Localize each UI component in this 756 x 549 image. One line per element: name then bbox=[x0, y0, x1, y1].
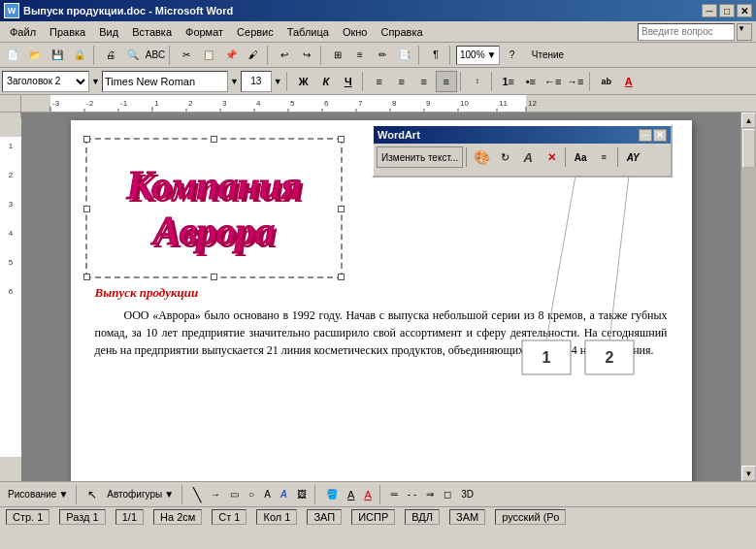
copy-button[interactable]: 📋 bbox=[198, 45, 219, 66]
wordart-object[interactable]: Компания Аврора bbox=[85, 138, 343, 278]
ruler-corner bbox=[0, 95, 21, 113]
clipart-button[interactable]: 🖼 bbox=[293, 484, 311, 505]
wordart-rotate-button[interactable]: ✕ bbox=[541, 146, 562, 168]
scroll-track[interactable] bbox=[741, 128, 756, 466]
status-pages: 1/1 bbox=[115, 509, 144, 525]
redo-button[interactable]: ↪ bbox=[296, 45, 317, 66]
scroll-up-button[interactable]: ▲ bbox=[741, 113, 756, 128]
draw-dropdown-button[interactable]: Рисование ▼ bbox=[4, 484, 72, 505]
help-button[interactable]: ? bbox=[501, 45, 522, 66]
autoshapes-button[interactable]: Автофигуры ▼ bbox=[103, 484, 178, 505]
svg-text:6: 6 bbox=[8, 287, 13, 296]
align-center-button[interactable]: ≡ bbox=[391, 71, 412, 92]
columns-button[interactable]: ≡ bbox=[349, 45, 371, 66]
line-button[interactable]: ╲ bbox=[189, 484, 205, 505]
menu-view[interactable]: Вид bbox=[93, 24, 124, 40]
save-button[interactable]: 💾 bbox=[47, 45, 68, 66]
wordart-button[interactable]: A bbox=[277, 484, 291, 505]
new-button[interactable]: 📄 bbox=[2, 45, 23, 66]
line-style-button[interactable]: ═ bbox=[387, 484, 402, 505]
rectangle-button[interactable]: ▭ bbox=[226, 484, 243, 505]
wordart-align-button[interactable]: AY bbox=[622, 146, 643, 168]
wordart-line1: Компания bbox=[126, 163, 301, 208]
indent-decrease-button[interactable]: ←≡ bbox=[542, 71, 564, 92]
wordart-text: Компания Аврора bbox=[126, 163, 301, 252]
shadow-button[interactable]: ◻ bbox=[440, 484, 455, 505]
wordart-format-button[interactable]: ↻ bbox=[494, 146, 515, 168]
wordart-edit-text-button[interactable]: Изменить текст... bbox=[377, 146, 463, 168]
handle-top-right[interactable] bbox=[338, 136, 345, 143]
dash-style-button[interactable]: - - bbox=[404, 484, 420, 505]
menu-table[interactable]: Таблица bbox=[281, 24, 335, 40]
preview-button[interactable]: 🔍 bbox=[122, 45, 144, 66]
table-button[interactable]: ⊞ bbox=[327, 45, 348, 66]
menu-help[interactable]: Справка bbox=[375, 24, 428, 40]
permission-button[interactable]: 🔒 bbox=[69, 45, 90, 66]
maximize-button[interactable]: □ bbox=[719, 4, 735, 17]
ruler-scale: -3 -2 -1 1 2 3 4 5 6 7 8 9 10 1 bbox=[21, 95, 756, 113]
align-right-button[interactable]: ≡ bbox=[413, 71, 435, 92]
arrow-style-button[interactable]: ⇒ bbox=[422, 484, 438, 505]
bold-button[interactable]: Ж bbox=[293, 71, 314, 92]
handle-bottom-right[interactable] bbox=[338, 274, 345, 280]
menu-insert[interactable]: Вставка bbox=[126, 24, 178, 40]
read-button[interactable]: Чтение bbox=[523, 45, 572, 66]
align-left-button[interactable]: ≡ bbox=[369, 71, 390, 92]
arrow-button[interactable]: → bbox=[207, 484, 224, 505]
close-button[interactable]: ✕ bbox=[737, 4, 752, 17]
oval-button[interactable]: ○ bbox=[245, 484, 258, 505]
search-input[interactable] bbox=[638, 23, 735, 41]
bullets-button[interactable]: •≡ bbox=[520, 71, 542, 92]
highlight-button[interactable]: ab bbox=[596, 71, 617, 92]
style-dropdown[interactable]: Заголовок 2 bbox=[2, 71, 89, 92]
show-hide-button[interactable]: ¶ bbox=[425, 45, 446, 66]
wordart-panel-pin[interactable]: ─ bbox=[639, 129, 652, 142]
handle-top-left[interactable] bbox=[83, 136, 90, 143]
format-copy-button[interactable]: 🖌 bbox=[243, 45, 264, 66]
menu-file[interactable]: Файл bbox=[4, 24, 42, 40]
italic-button[interactable]: К bbox=[315, 71, 337, 92]
open-button[interactable]: 📂 bbox=[24, 45, 46, 66]
docmap-button[interactable]: 📑 bbox=[394, 45, 415, 66]
handle-top-center[interactable] bbox=[211, 136, 217, 143]
align-justify-button[interactable]: ≡ bbox=[436, 71, 457, 92]
zoom-dropdown[interactable]: 100% ▼ bbox=[456, 46, 500, 65]
wordart-gallery-button[interactable]: 🎨 bbox=[471, 146, 492, 168]
zoom-dropdown-arrow[interactable]: ▼ bbox=[487, 49, 497, 60]
wordart-panel-close[interactable]: ✕ bbox=[653, 129, 667, 142]
handle-middle-right[interactable] bbox=[338, 206, 345, 212]
draw-button[interactable]: ✏ bbox=[372, 45, 393, 66]
spell-button[interactable]: ABC bbox=[145, 45, 166, 66]
font-input[interactable] bbox=[102, 71, 228, 92]
search-button[interactable]: ▼ bbox=[737, 23, 752, 41]
menu-edit[interactable]: Правка bbox=[44, 24, 91, 40]
handle-middle-left[interactable] bbox=[83, 206, 90, 212]
wordart-same-height-button[interactable]: Aa bbox=[570, 146, 591, 168]
paste-button[interactable]: 📌 bbox=[220, 45, 242, 66]
textbox-button[interactable]: A bbox=[260, 484, 275, 505]
line-color-button[interactable]: A bbox=[344, 484, 358, 505]
menu-service[interactable]: Сервис bbox=[231, 24, 279, 40]
font-size-input[interactable] bbox=[241, 71, 272, 92]
menu-window[interactable]: Окно bbox=[337, 24, 374, 40]
wordart-vertical-button[interactable]: ≡ bbox=[593, 146, 614, 168]
print-button[interactable]: 🖨 bbox=[100, 45, 121, 66]
select-button[interactable]: ↖ bbox=[83, 484, 101, 505]
undo-button[interactable]: ↩ bbox=[274, 45, 295, 66]
wordart-shape-button[interactable]: A bbox=[517, 146, 539, 168]
font-color-button[interactable]: A bbox=[618, 71, 640, 92]
font-color-btn2[interactable]: A bbox=[360, 484, 375, 505]
menu-format[interactable]: Формат bbox=[180, 24, 229, 40]
handle-bottom-center[interactable] bbox=[211, 274, 217, 280]
scroll-thumb[interactable] bbox=[742, 129, 755, 168]
minimize-button[interactable]: ─ bbox=[702, 4, 717, 17]
fill-color-button[interactable]: 🪣 bbox=[322, 484, 342, 505]
3d-button[interactable]: 3D bbox=[457, 484, 477, 505]
numbering-button[interactable]: 1≡ bbox=[498, 71, 519, 92]
line-spacing-button[interactable]: ↕ bbox=[467, 71, 488, 92]
cut-button[interactable]: ✂ bbox=[176, 45, 197, 66]
underline-button[interactable]: Ч bbox=[338, 71, 359, 92]
indent-increase-button[interactable]: →≡ bbox=[565, 71, 586, 92]
scroll-down-button[interactable]: ▼ bbox=[741, 466, 756, 481]
handle-bottom-left[interactable] bbox=[83, 274, 90, 280]
